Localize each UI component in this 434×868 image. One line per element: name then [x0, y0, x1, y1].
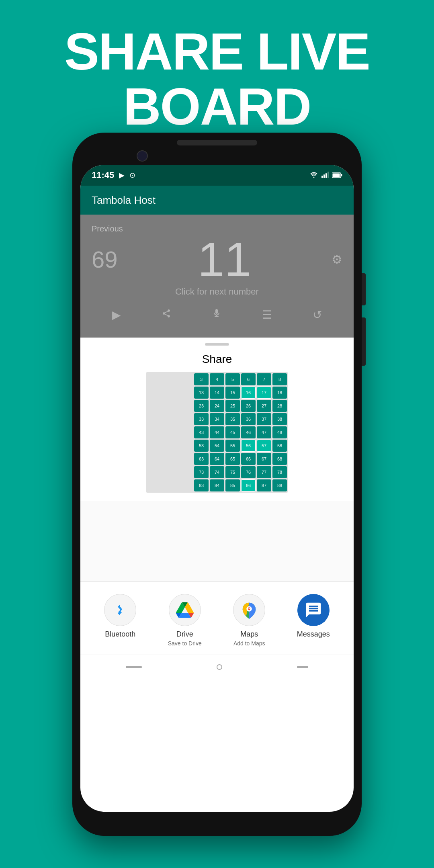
- board-cell: 23: [194, 400, 209, 412]
- messages-icon-circle: [297, 594, 330, 626]
- board-cell: [178, 426, 193, 438]
- board-cell: 76: [241, 466, 256, 478]
- messages-share-button[interactable]: Messages: [297, 594, 330, 639]
- list-icon[interactable]: ☰: [262, 308, 272, 321]
- board-cell: [163, 453, 177, 465]
- board-cell: 65: [225, 453, 240, 465]
- board-cell: [147, 426, 162, 438]
- board-cell: 37: [257, 413, 271, 425]
- board-cell: 27: [257, 400, 271, 412]
- headline-line2: BOARD: [0, 79, 434, 134]
- app-bar: Tambola Host: [80, 186, 354, 215]
- drive-label: Drive: [176, 630, 193, 639]
- phone-button-2: [362, 317, 366, 366]
- nav-home[interactable]: [217, 664, 222, 670]
- board-cell-highlighted: 56: [241, 440, 256, 452]
- board-cell: 4: [210, 373, 224, 385]
- board-cell: 47: [257, 426, 271, 438]
- svg-point-9: [249, 608, 250, 609]
- board-cell: 18: [272, 387, 287, 399]
- bluetooth-label: Bluetooth: [105, 630, 135, 639]
- phone-button-1: [362, 273, 366, 305]
- svg-rect-7: [333, 173, 340, 177]
- board-cell: [163, 387, 177, 399]
- board-cell: [147, 453, 162, 465]
- settings-icon[interactable]: ⚙: [332, 252, 342, 266]
- board-cell: [163, 440, 177, 452]
- phone-camera: [137, 150, 148, 162]
- board-cell: [147, 387, 162, 399]
- cast-icon: ⊙: [129, 171, 135, 180]
- board-cell: 3: [194, 373, 209, 385]
- board-cell: 34: [210, 413, 224, 425]
- board-cell: [163, 479, 177, 491]
- drive-share-button[interactable]: Drive Save to Drive: [168, 594, 202, 647]
- board-cell: 88: [272, 479, 287, 491]
- action-toolbar: ▶ ☰ ↺: [92, 305, 342, 326]
- board-cell: 44: [210, 426, 224, 438]
- board-cell: 13: [194, 387, 209, 399]
- board-cell: [178, 400, 193, 412]
- board-cell: 46: [241, 426, 256, 438]
- svg-rect-3: [326, 173, 327, 178]
- board-cell: [178, 413, 193, 425]
- media-icon: ▶: [119, 171, 125, 180]
- board-cell: [147, 373, 162, 385]
- board-cell: 6: [241, 373, 256, 385]
- board-cell: 73: [194, 466, 209, 478]
- board-cell: [147, 400, 162, 412]
- voice-icon[interactable]: [212, 308, 221, 321]
- board-preview: 3 4 5 6 7 8 13 14 15 16 17: [80, 372, 354, 501]
- board-cell: [178, 479, 193, 491]
- board-cell: [163, 400, 177, 412]
- maps-share-button[interactable]: Maps Add to Maps: [233, 594, 265, 647]
- board-cell: [178, 373, 193, 385]
- board-cell: 48: [272, 426, 287, 438]
- board-cell: 36: [241, 413, 256, 425]
- refresh-icon[interactable]: ↺: [313, 308, 322, 321]
- board-cell: 43: [194, 426, 209, 438]
- board-cell: 28: [272, 400, 287, 412]
- board-cell: 55: [225, 440, 240, 452]
- headline: SHARE LIVE BOARD: [0, 0, 434, 134]
- board-cell: [178, 440, 193, 452]
- board-cell: 84: [210, 479, 224, 491]
- status-bar: 11:45 ▶ ⊙: [80, 165, 354, 186]
- svg-rect-4: [328, 172, 329, 178]
- nav-bar: [80, 655, 354, 679]
- play-icon[interactable]: ▶: [112, 308, 121, 321]
- board-cell: 83: [194, 479, 209, 491]
- board-cell: 5: [225, 373, 240, 385]
- board-cell: [178, 466, 193, 478]
- board-cell: 67: [257, 453, 271, 465]
- wifi-icon: [309, 171, 318, 180]
- board-cell: 25: [225, 400, 240, 412]
- phone-screen: 11:45 ▶ ⊙: [80, 165, 354, 812]
- nav-recents[interactable]: [297, 666, 308, 668]
- sheet-handle: [205, 343, 229, 346]
- board-cell: 68: [272, 453, 287, 465]
- nav-back[interactable]: [126, 666, 142, 668]
- board-cell: 7: [257, 373, 271, 385]
- click-label: Click for next number: [92, 287, 342, 297]
- board-cell: 8: [272, 373, 287, 385]
- previous-number: 69: [92, 246, 118, 273]
- board-cell: 45: [225, 426, 240, 438]
- board-cell: [163, 373, 177, 385]
- board-cell: [178, 387, 193, 399]
- bluetooth-share-button[interactable]: Bluetooth: [104, 594, 136, 639]
- board-cell: 15: [225, 387, 240, 399]
- board-cell: 53: [194, 440, 209, 452]
- share-apps-row: Bluetooth: [80, 582, 354, 655]
- share-icon[interactable]: [162, 308, 171, 321]
- share-title: Share: [80, 349, 354, 372]
- tambola-board: 3 4 5 6 7 8 13 14 15 16 17: [146, 372, 288, 493]
- board-cell: [147, 479, 162, 491]
- board-cell: 38: [272, 413, 287, 425]
- maps-label: Maps: [240, 630, 258, 639]
- phone-mockup: 11:45 ▶ ⊙: [72, 133, 362, 836]
- status-time: 11:45: [92, 170, 114, 180]
- share-sheet: Share 3 4 5 6 7 8: [80, 338, 354, 679]
- battery-icon: [332, 171, 342, 180]
- game-area: Previous 69 11 ⚙ Click for next number ▶: [80, 215, 354, 338]
